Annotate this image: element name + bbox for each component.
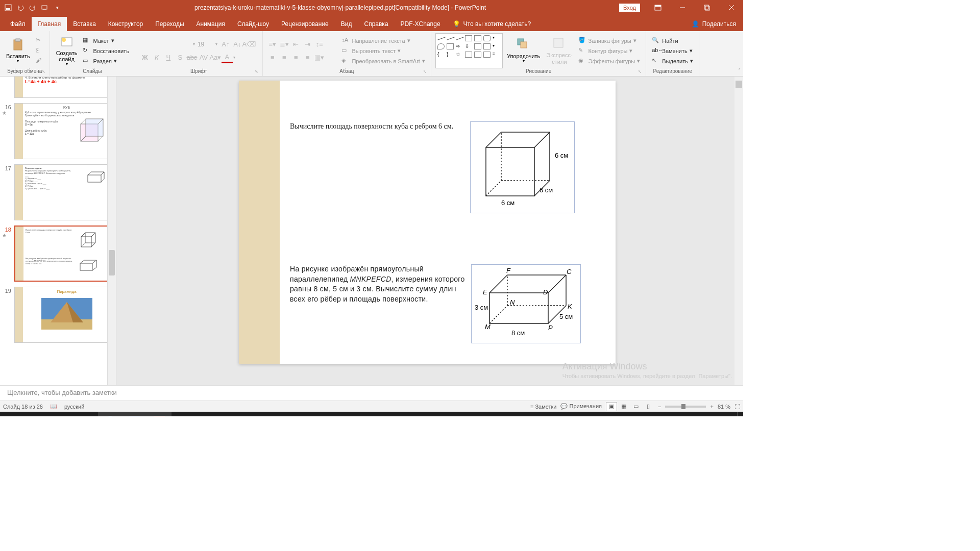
columns-icon[interactable]: ▥▾ bbox=[314, 52, 325, 63]
slide-counter[interactable]: Слайд 18 из 26 bbox=[3, 404, 43, 410]
normal-view-icon[interactable]: ▣ bbox=[606, 402, 617, 411]
dialog-launcher-icon[interactable]: ⤡ bbox=[423, 69, 427, 74]
bullets-icon[interactable]: ≡▾ bbox=[267, 39, 278, 50]
ribbon-options-icon[interactable] bbox=[646, 0, 670, 15]
numbering-icon[interactable]: ≣▾ bbox=[279, 39, 290, 50]
font-color-icon[interactable]: A bbox=[222, 52, 233, 63]
smartart-button[interactable]: ◈Преобразовать в SmartArt ▾ bbox=[340, 57, 426, 66]
tab-help[interactable]: Справка bbox=[358, 17, 394, 31]
increase-indent-icon[interactable]: ⇥ bbox=[302, 39, 313, 50]
paste-button[interactable]: Вставить ▾ bbox=[4, 33, 32, 68]
close-button[interactable] bbox=[720, 0, 743, 15]
section-button[interactable]: ▭Раздел ▾ bbox=[81, 57, 130, 66]
taskbar-edge[interactable] bbox=[24, 412, 49, 416]
reading-view-icon[interactable]: ▭ bbox=[630, 402, 642, 411]
thumbnail-slide-15[interactable]: Сделайте вывод. 4. Вычисли длину всех рё… bbox=[14, 77, 111, 98]
collapse-ribbon-icon[interactable]: ˆ bbox=[739, 68, 740, 74]
shape-effects-button[interactable]: ◉Эффекты фигуры ▾ bbox=[577, 57, 642, 66]
align-right-icon[interactable]: ≡ bbox=[290, 52, 302, 63]
shape-fill-button[interactable]: 🪣Заливка фигуры ▾ bbox=[577, 36, 642, 45]
notes-pane[interactable]: Щелкните, чтобы добавить заметки bbox=[0, 385, 743, 400]
slide-editor[interactable]: Вычислите площадь поверхности куба с реб… bbox=[116, 77, 743, 385]
reset-button[interactable]: ↻Восстановить bbox=[81, 46, 130, 56]
strike-button[interactable]: abc bbox=[186, 52, 198, 63]
shape-outline-button[interactable]: ✎Контур фигуры ▾ bbox=[577, 46, 642, 56]
tab-design[interactable]: Конструктор bbox=[102, 17, 149, 31]
tab-file[interactable]: Файл bbox=[4, 17, 32, 31]
tell-me[interactable]: 💡 Что вы хотите сделать? bbox=[447, 17, 537, 31]
zoom-in-button[interactable]: + bbox=[710, 404, 713, 410]
share-button[interactable]: 👤 Поделиться bbox=[684, 17, 743, 31]
slideshow-view-icon[interactable]: ▯ bbox=[643, 402, 654, 411]
maximize-button[interactable] bbox=[695, 0, 719, 15]
font-size-combo[interactable]: 19 bbox=[198, 41, 213, 48]
dialog-launcher-icon[interactable]: ⤡ bbox=[638, 69, 642, 74]
taskbar-powerpoint[interactable]: P bbox=[147, 412, 172, 416]
align-text-button[interactable]: ▭Выровнять текст ▾ bbox=[340, 46, 426, 56]
tab-transitions[interactable]: Переходы bbox=[149, 17, 190, 31]
italic-button[interactable]: К bbox=[151, 52, 162, 63]
tab-view[interactable]: Вид bbox=[335, 17, 358, 31]
tab-pdf[interactable]: PDF-XChange bbox=[395, 17, 447, 31]
arrange-button[interactable]: Упорядочить▾ bbox=[505, 33, 542, 68]
show-desktop[interactable] bbox=[737, 412, 740, 416]
slide-canvas[interactable]: Вычислите площадь поверхности куба с реб… bbox=[239, 81, 616, 364]
bold-button[interactable]: Ж bbox=[139, 52, 151, 63]
undo-icon[interactable] bbox=[16, 4, 24, 12]
underline-button[interactable]: Ч bbox=[163, 52, 174, 63]
line-spacing-icon[interactable]: ↕≡ bbox=[314, 39, 325, 50]
language-indicator[interactable]: русский bbox=[64, 404, 84, 410]
taskbar-word[interactable]: W bbox=[122, 412, 147, 416]
tab-review[interactable]: Рецензирование bbox=[275, 17, 335, 31]
redo-icon[interactable] bbox=[29, 4, 37, 12]
cut-button[interactable]: ✂ bbox=[34, 36, 45, 45]
copy-button[interactable]: ⎘ bbox=[34, 46, 45, 56]
qat-customize-icon[interactable]: ▾ bbox=[53, 4, 61, 12]
char-spacing-icon[interactable]: AV bbox=[198, 52, 209, 63]
format-painter-button[interactable]: 🖌 bbox=[34, 57, 45, 66]
decrease-indent-icon[interactable]: ⇤ bbox=[290, 39, 302, 50]
clear-formatting-icon[interactable]: A⌫ bbox=[243, 39, 255, 50]
tab-home[interactable]: Главная bbox=[32, 17, 67, 31]
thumbnails-scrollbar[interactable] bbox=[107, 77, 116, 385]
select-button[interactable]: ↖Выделить ▾ bbox=[650, 57, 695, 66]
grow-font-icon[interactable]: A↑ bbox=[220, 39, 231, 50]
thumbnail-slide-17[interactable]: Решение задачи:На рисунке изображён прям… bbox=[14, 164, 111, 220]
taskbar-telegram[interactable]: 639 bbox=[98, 412, 122, 416]
change-case-icon[interactable]: Aa▾ bbox=[210, 52, 221, 63]
new-slide-button[interactable]: Создать слайд ▾ bbox=[54, 33, 80, 68]
spellcheck-icon[interactable]: 📖 bbox=[50, 403, 57, 410]
tab-animations[interactable]: Анимация bbox=[190, 17, 231, 31]
signin-button[interactable]: Вход bbox=[619, 4, 640, 12]
zoom-out-button[interactable]: − bbox=[658, 404, 661, 410]
fit-to-window-icon[interactable]: ⛶ bbox=[734, 404, 740, 410]
editor-scrollbar[interactable] bbox=[734, 77, 743, 385]
align-center-icon[interactable]: ≡ bbox=[279, 52, 290, 63]
thumbnail-slide-16[interactable]: КУБ Куб – это параллелепипед, у которого… bbox=[14, 103, 111, 159]
shadow-button[interactable]: S bbox=[175, 52, 186, 63]
taskbar-explorer[interactable] bbox=[49, 412, 74, 416]
thumbnail-slide-18[interactable]: Вычислите площадь поверхности куба с реб… bbox=[14, 226, 111, 282]
find-button[interactable]: 🔍Найти bbox=[650, 36, 695, 45]
justify-icon[interactable]: ≡ bbox=[302, 52, 313, 63]
start-from-beginning-icon[interactable] bbox=[41, 4, 49, 12]
clock[interactable]: 13:2910.01.2023 bbox=[695, 416, 721, 416]
sorter-view-icon[interactable]: ▦ bbox=[618, 402, 629, 411]
minimize-button[interactable] bbox=[671, 0, 694, 15]
text-direction-button[interactable]: ↕AНаправление текста ▾ bbox=[340, 36, 426, 45]
zoom-slider[interactable] bbox=[665, 406, 706, 408]
comments-toggle[interactable]: 💬 Примечания bbox=[560, 403, 602, 410]
start-button[interactable] bbox=[0, 412, 24, 416]
dialog-launcher-icon[interactable]: ⤡ bbox=[255, 69, 258, 74]
dialog-launcher-icon[interactable]: ⤡ bbox=[42, 69, 45, 74]
align-left-icon[interactable]: ≡ bbox=[267, 52, 278, 63]
notes-toggle[interactable]: ≡ Заметки bbox=[530, 404, 557, 410]
zoom-level[interactable]: 81 % bbox=[718, 404, 730, 410]
layout-button[interactable]: ▦Макет ▾ bbox=[81, 36, 130, 45]
thumbnail-slide-19[interactable]: Пирамида bbox=[14, 287, 111, 343]
save-icon[interactable] bbox=[4, 4, 12, 12]
quick-styles-button[interactable]: Экспресс- стили bbox=[544, 33, 574, 68]
tab-insert[interactable]: Вставка bbox=[67, 17, 102, 31]
taskbar-chrome[interactable] bbox=[74, 412, 98, 416]
tab-slideshow[interactable]: Слайд-шоу bbox=[231, 17, 275, 31]
